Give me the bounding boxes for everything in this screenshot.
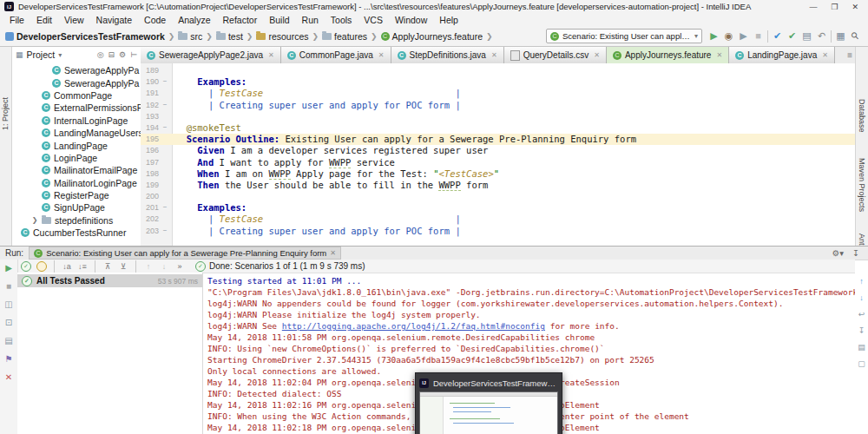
editor-tab[interactable]: CApplyJourneys.feature✕ [607, 47, 729, 63]
update-project-icon[interactable]: ✔ [770, 30, 785, 43]
hide-panel-icon[interactable]: ⊢ [130, 50, 137, 59]
project-tree-item[interactable]: CMailinatorEmailPage [12, 164, 141, 176]
close-icon[interactable]: ✕ [716, 51, 722, 59]
close-icon[interactable]: ✕ [378, 51, 385, 59]
pin-tab-icon[interactable]: ⚑ [5, 354, 13, 364]
close-icon[interactable]: ✕ [594, 51, 600, 59]
gear-icon[interactable]: ⚙ [119, 50, 126, 59]
search-everywhere-icon[interactable]: ⚲ [848, 30, 863, 43]
locate-file-icon[interactable]: ◎ [97, 50, 104, 59]
project-tree-item[interactable]: CRegisterPage [12, 189, 141, 201]
structure-popup-icon[interactable]: ▦ [833, 30, 848, 43]
editor-tab[interactable]: CStepDefinitions.java✕ [391, 47, 504, 63]
show-ignored-icon[interactable] [36, 261, 47, 272]
close-icon[interactable]: ✕ [268, 51, 274, 59]
project-tree-item[interactable]: ❯stepdefinitions [12, 214, 141, 227]
previous-failed-icon[interactable]: ↑ [143, 262, 154, 271]
console-view-icon[interactable]: ▤ [4, 336, 12, 345]
show-passed-icon[interactable]: ✓ [21, 261, 31, 272]
rerun-icon[interactable]: ▶ [5, 263, 12, 273]
fold-icon[interactable]: − [159, 122, 171, 134]
diff-icon[interactable]: ▤ [799, 30, 814, 43]
project-tree-item[interactable]: CMailinatorLoginPage [12, 177, 141, 189]
hide-icon[interactable]: ↧ [852, 248, 859, 258]
gear-icon[interactable]: ⚙▾ [832, 248, 844, 258]
scroll-to-end-icon[interactable]: ↧ [858, 326, 865, 335]
fold-icon[interactable]: − [159, 100, 171, 111]
project-tree-item[interactable]: CExternalPermissionsPa [12, 102, 141, 114]
run-coverage-icon[interactable]: ▶ [736, 30, 751, 43]
editor-tab[interactable]: CSewerageApplyPage2.java✕ [141, 47, 281, 63]
menu-item-navigate[interactable]: Navigate [90, 15, 138, 25]
up-stacktrace-icon[interactable]: ↑ [859, 277, 864, 286]
rollback-icon[interactable]: ↶ [814, 30, 829, 43]
project-tree-item[interactable]: CLandingManageUsers [12, 127, 141, 139]
menu-item-run[interactable]: Run [296, 15, 325, 25]
breadcrumb-item[interactable]: test [216, 31, 243, 42]
editor-tab[interactable]: CLandingPage.java✕ [729, 47, 835, 63]
clear-all-icon[interactable]: ▢ [858, 359, 865, 368]
test-tree-root-row[interactable]: ✓ All Tests Passed 53 s 907 ms [17, 274, 202, 287]
menu-item-window[interactable]: Window [389, 15, 433, 25]
restore-layout-icon[interactable]: ⊡ [5, 318, 12, 327]
collapse-all-icon[interactable]: ⊻ [118, 262, 128, 271]
fold-icon[interactable]: − [159, 202, 171, 214]
minimize-button[interactable]: — [809, 3, 817, 11]
commit-icon[interactable]: ✔ [785, 30, 799, 43]
close-button[interactable]: ✕ [852, 3, 858, 11]
project-tree-item[interactable]: CInternalLoginPage [12, 115, 141, 127]
breadcrumb-item[interactable]: resources [256, 31, 308, 42]
menu-item-tools[interactable]: Tools [325, 15, 358, 25]
editor-tab[interactable]: QueryDetails.csv✕ [504, 47, 607, 63]
menu-item-file[interactable]: File [3, 15, 30, 25]
project-tree-item[interactable]: CSewerageApplyPa [12, 76, 141, 89]
run-icon[interactable]: ▶ [707, 30, 721, 43]
window-thumbnail[interactable] [419, 391, 558, 434]
run-configuration-select[interactable]: C Scenario: Existing User can apply for … [546, 29, 702, 43]
close-icon[interactable]: ✕ [822, 51, 828, 59]
tool-window-button-project[interactable]: 1: Project [1, 97, 10, 130]
project-tree-item[interactable]: CLandingPage [12, 139, 141, 151]
close-icon[interactable]: ✕ [330, 249, 336, 257]
taskbar-preview-popup[interactable]: IJ DeveloperServicesTestFramewo... [415, 372, 562, 434]
breadcrumb-item[interactable]: src [178, 31, 202, 42]
menu-item-view[interactable]: View [58, 15, 90, 25]
restore-button[interactable]: ❐ [831, 3, 838, 11]
editor[interactable]: 189190− Examples:191 | TestCase |192− | … [141, 63, 856, 246]
menu-item-edit[interactable]: Edit [30, 15, 58, 25]
menu-item-code[interactable]: Code [138, 15, 172, 25]
project-view-select[interactable]: Project [27, 49, 56, 60]
menu-item-refactor[interactable]: Refactor [217, 15, 264, 25]
menu-item-help[interactable]: Help [433, 15, 464, 25]
stop-icon[interactable]: ■ [751, 30, 766, 43]
stop-icon[interactable]: ■ [6, 281, 11, 291]
project-tree-item[interactable]: CCommonPage [12, 89, 141, 102]
run-tab[interactable]: C Scenario: Existing User can apply for … [29, 247, 341, 260]
tool-window-button-maven[interactable]: Maven Projects [858, 158, 866, 212]
project-tree-item[interactable]: CSignUpPage [12, 201, 141, 214]
print-icon[interactable]: ▤ [858, 343, 865, 352]
expand-all-icon[interactable]: ⊼ [102, 262, 113, 271]
breadcrumb-item[interactable]: DeveloperServicesTestFramework [5, 31, 165, 42]
close-icon[interactable]: ✕ [491, 51, 497, 59]
close-icon[interactable]: ✕ [5, 372, 12, 382]
fold-icon[interactable]: − [159, 226, 171, 237]
menu-item-vcs[interactable]: VCS [358, 15, 389, 25]
project-tree-item[interactable]: CLoginPage [12, 152, 141, 164]
tool-window-button-database[interactable]: Database [858, 99, 866, 133]
next-failed-icon[interactable]: ↓ [159, 262, 169, 271]
project-tree-item[interactable]: CCucumberTestsRunner [12, 227, 141, 239]
dump-threads-icon[interactable]: ◫ [4, 299, 12, 309]
debug-icon[interactable]: ◉ [721, 30, 736, 43]
chevron-right-icon[interactable]: ❯ [31, 216, 38, 224]
sort-alphabetically-icon[interactable]: ↓a [62, 262, 72, 271]
fold-icon[interactable]: − [159, 76, 171, 88]
console-link[interactable]: http://logging.apache.org/log4j/1.2/faq.… [282, 321, 545, 331]
down-stacktrace-icon[interactable]: ↓ [859, 293, 864, 302]
soft-wrap-icon[interactable]: ↩ [858, 310, 865, 319]
more-icon[interactable]: » [174, 262, 185, 271]
breadcrumb-item[interactable]: features [322, 31, 367, 42]
menu-item-build[interactable]: Build [263, 15, 295, 25]
breadcrumb-item[interactable]: CApplyJourneys.feature [381, 31, 483, 42]
project-tree-item[interactable]: CSewerageApplyPa [12, 64, 141, 76]
